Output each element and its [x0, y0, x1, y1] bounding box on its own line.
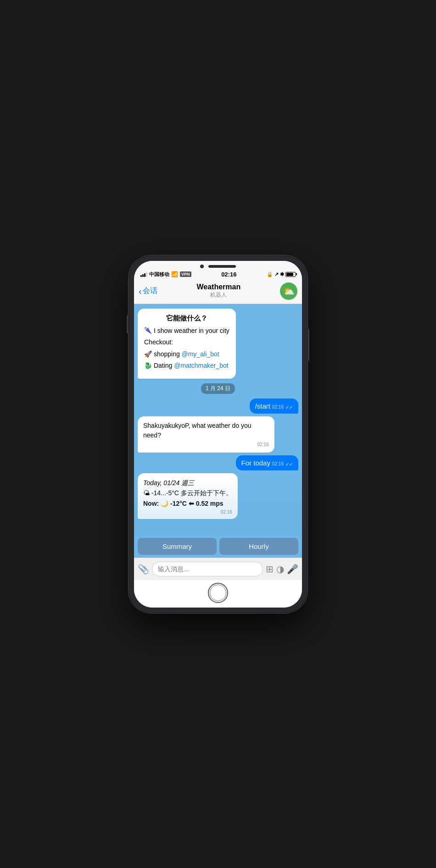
input-bar: 📎 ⊞ ◑ 🎤 [134, 558, 302, 580]
message-input[interactable] [152, 562, 263, 576]
welcome-bubble: 它能做什么？ 🌂 I show weather in your city Che… [138, 309, 236, 379]
mic-icon[interactable]: 🎤 [287, 564, 298, 575]
weather-now-line: Now: 🌙 -12°C ⬅ 0.52 mps [143, 498, 232, 509]
nav-title-block: Weatherman 机器人 [196, 283, 240, 299]
weather-temp-line: 🌤 -14...-5°C 多云开始于下午。 [143, 488, 232, 498]
shopping-link-line: 🚀 shopping @my_ali_bot [144, 350, 229, 359]
phone-top-bar: 中国移动 📶 VPN 02:16 🔒 ↗ ✱ [134, 261, 302, 280]
speaker-bar [208, 265, 236, 268]
read-checkmarks-2: ✓✓ [285, 462, 293, 467]
user-msg2-time: 02:16 [272, 461, 284, 466]
status-right: 🔒 ↗ ✱ [267, 271, 296, 277]
dating-link-line: 🐉 Dating @matchmaker_bot [144, 361, 229, 370]
sticker-icon[interactable]: ⊞ [266, 564, 274, 575]
signal-bar-1 [140, 275, 142, 277]
status-left: 中国移动 📶 VPN [140, 271, 191, 278]
date-pill: 1 月 24 日 [201, 383, 235, 394]
weather-bubble: Today, 01/24 週三 🌤 -14...-5°C 多云开始于下午。 No… [138, 473, 238, 519]
shopping-link-text: 🚀 shopping [144, 350, 182, 358]
user-message-1: /start 02:16 ✓✓ [250, 398, 298, 414]
attach-icon[interactable]: 📎 [138, 564, 149, 575]
shopping-link[interactable]: @my_ali_bot [182, 350, 219, 358]
bot-message-1: ShakuyakukyoP, what weather do you need?… [138, 416, 274, 453]
emoji-icon[interactable]: ◑ [276, 564, 284, 575]
phone-device: 中国移动 📶 VPN 02:16 🔒 ↗ ✱ ‹ 会话 [129, 255, 307, 613]
bot-avatar[interactable]: ⛅ [280, 282, 297, 300]
nav-back-button[interactable]: ‹ 会话 [139, 286, 157, 296]
battery-icon [285, 272, 296, 277]
signal-bar-3 [144, 273, 145, 277]
date-divider: 1 月 24 日 [138, 383, 298, 394]
lock-icon: 🔒 [267, 271, 273, 277]
signal-bar-2 [142, 274, 144, 277]
nav-title: Weatherman [196, 283, 240, 291]
user-msg2-text: For today [241, 459, 270, 467]
signal-bar-4 [146, 272, 147, 277]
welcome-line1: 🌂 I show weather in your city [144, 326, 229, 336]
top-decoration [140, 264, 296, 268]
chat-area: 它能做什么？ 🌂 I show weather in your city Che… [134, 304, 302, 535]
bot-msg1-text: ShakuyakukyoP, what weather do you need? [143, 421, 269, 440]
user-message-2: For today 02:16 ✓✓ [236, 455, 298, 470]
checkout-label: Checkout: [144, 338, 229, 347]
summary-button[interactable]: Summary [138, 538, 217, 555]
battery-fill [286, 273, 293, 276]
back-label: 会话 [143, 286, 157, 296]
weather-date-line: Today, 01/24 週三 [143, 478, 232, 488]
location-icon: ↗ [274, 271, 279, 277]
back-chevron-icon: ‹ [139, 287, 142, 296]
vpn-badge: VPN [180, 271, 191, 277]
dating-link-text: 🐉 Dating [144, 362, 174, 369]
signal-bars-icon [140, 272, 147, 277]
user-msg1-text: /start [255, 402, 270, 410]
phone-screen: 中国移动 📶 VPN 02:16 🔒 ↗ ✱ ‹ 会话 [134, 261, 302, 608]
bot-avatar-emoji: ⛅ [283, 286, 295, 297]
nav-header: ‹ 会话 Weatherman 机器人 ⛅ [134, 280, 302, 304]
dating-link[interactable]: @matchmaker_bot [174, 362, 228, 369]
wifi-icon: 📶 [171, 271, 178, 277]
read-checkmarks-1: ✓✓ [285, 405, 293, 410]
user-msg1-time: 02:16 [272, 404, 284, 409]
status-time: 02:16 [221, 271, 236, 278]
hourly-button[interactable]: Hourly [219, 538, 298, 555]
status-bar: 中国移动 📶 VPN 02:16 🔒 ↗ ✱ [140, 270, 296, 280]
home-button-inner [210, 585, 226, 601]
bot-msg1-time: 02:16 [143, 441, 269, 448]
weather-time: 02:16 [143, 509, 232, 514]
carrier-label: 中国移动 [149, 271, 169, 278]
bluetooth-icon: ✱ [280, 271, 284, 277]
camera-dot [200, 265, 204, 268]
nav-subtitle: 机器人 [196, 291, 240, 299]
action-buttons-row: Summary Hourly [134, 535, 302, 558]
welcome-title: 它能做什么？ [144, 314, 229, 323]
home-indicator-area [134, 580, 302, 608]
home-button[interactable] [208, 583, 228, 603]
